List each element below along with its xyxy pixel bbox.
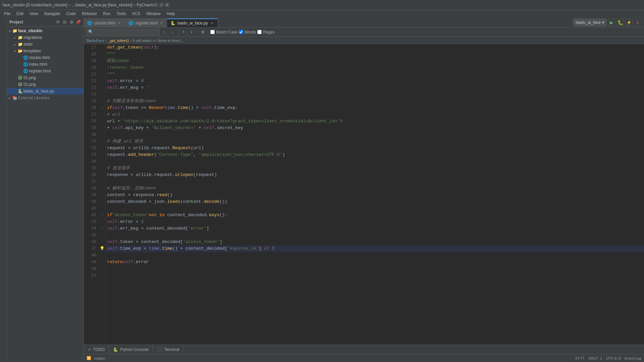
breadcrumb-if[interactable]: if self.token == None or time.t... bbox=[133, 39, 184, 43]
tree-item-clockin-html[interactable]: ▸ 🌐 clockin.html bbox=[7, 54, 84, 61]
sidebar-tool-pin[interactable]: 📌 bbox=[75, 19, 81, 25]
sidebar-tools[interactable]: ⟳ ⊟ ⚙ 📌 bbox=[55, 19, 81, 25]
search-bar[interactable]: 🔍 bbox=[86, 29, 160, 36]
search-next[interactable]: ↓ bbox=[169, 29, 176, 36]
code-line-50[interactable] bbox=[106, 265, 644, 272]
code-line-37[interactable] bbox=[106, 178, 644, 185]
tree-item-register-html[interactable]: ▸ 🌐 register.html bbox=[7, 68, 84, 74]
search-input[interactable] bbox=[95, 30, 157, 35]
breadcrumb-gettoken[interactable]: _get_token() bbox=[108, 39, 129, 43]
menu-window[interactable]: Window bbox=[144, 11, 163, 17]
run-config-dropdown[interactable]: baidu_ai_face ▾ bbox=[573, 19, 606, 26]
tab-baidu-close[interactable]: ✕ bbox=[210, 21, 214, 25]
menu-file[interactable]: File bbox=[1, 11, 13, 17]
bottom-tab-python-console[interactable]: 🐍 Python Console bbox=[109, 345, 153, 354]
code-line-35[interactable]: # 发送请求 bbox=[106, 165, 644, 172]
code-line-42[interactable]: if 'access_token' not in content_decoded… bbox=[106, 212, 644, 219]
code-line-21[interactable]: """ bbox=[106, 71, 644, 78]
maximize-button[interactable]: □ bbox=[159, 3, 164, 7]
code-line-38[interactable]: # 解析返回，去除token bbox=[106, 185, 644, 192]
match-case-label[interactable]: Match Case bbox=[210, 30, 237, 35]
menu-help[interactable]: Help bbox=[164, 11, 178, 17]
sidebar-tool-sync[interactable]: ⟳ bbox=[55, 19, 61, 25]
menu-vcs[interactable]: VCS bbox=[129, 11, 143, 17]
code-line-23[interactable]: self.err_msg = '' bbox=[106, 84, 644, 91]
code-line-27[interactable]: # url bbox=[106, 111, 644, 118]
window-controls[interactable]: — □ ✕ bbox=[154, 3, 169, 7]
menu-edit[interactable]: Edit bbox=[14, 11, 26, 17]
tree-item-02png[interactable]: ▸ 🖼 02.png bbox=[7, 81, 84, 88]
menu-tools[interactable]: Tools bbox=[114, 11, 128, 17]
fold-icon-26[interactable]: ▾ bbox=[101, 105, 103, 111]
search-filter[interactable]: ⊞ bbox=[199, 29, 206, 36]
tab-baidu-ai-face[interactable]: 🐍 baidu_ai_face.py ✕ bbox=[167, 18, 218, 27]
regex-label[interactable]: Regex bbox=[257, 30, 275, 35]
code-line-26[interactable]: if self.token == None or time.time() > s… bbox=[106, 105, 644, 111]
code-line-46[interactable]: self.token = content_decoded['access_tok… bbox=[106, 239, 644, 245]
tree-item-external-libraries[interactable]: ▸ 📚 External Libraries bbox=[7, 95, 84, 101]
menu-run[interactable]: Run bbox=[100, 11, 113, 17]
code-line-22[interactable]: self.error = 0 bbox=[106, 78, 644, 84]
tree-item-templates[interactable]: ▾ 📂 templates bbox=[7, 48, 84, 54]
bottom-tab-terminal[interactable]: ⬛ Terminal bbox=[153, 345, 183, 354]
code-line-18[interactable]: """ bbox=[106, 51, 644, 58]
tree-item-index-html[interactable]: ▸ 🌐 index.html bbox=[7, 61, 84, 68]
tree-item-01png[interactable]: ▸ 🖼 01.png bbox=[7, 74, 84, 81]
regex-checkbox[interactable] bbox=[257, 30, 262, 34]
tree-item-migrations[interactable]: ▸ 📁 migrations bbox=[7, 34, 84, 41]
debug-button[interactable]: 🐛 bbox=[616, 19, 624, 26]
code-line-36[interactable]: response = urllib.request.urlopen(reques… bbox=[106, 172, 644, 178]
close-button[interactable]: ✕ bbox=[165, 3, 169, 7]
code-line-28[interactable]: url = 'https://aip.baidubce.com/oauth/2.… bbox=[106, 118, 644, 125]
breadcrumb-baidu[interactable]: BaiduFace bbox=[87, 39, 104, 43]
stop-button[interactable]: ■ bbox=[634, 19, 641, 26]
code-line-17[interactable]: def _get_token(self): bbox=[106, 44, 644, 51]
match-case-checkbox[interactable] bbox=[210, 30, 215, 34]
code-line-49[interactable]: return self.error bbox=[106, 259, 644, 265]
run-button[interactable]: ▶ bbox=[608, 19, 615, 26]
menu-view[interactable]: View bbox=[27, 11, 41, 17]
tab-register[interactable]: 🌐 register.html ✕ bbox=[125, 18, 167, 27]
tree-item-static[interactable]: ▸ 📁 static bbox=[7, 41, 84, 48]
tree-root[interactable]: ▾ 📁 face_clockin bbox=[7, 27, 84, 34]
code-line-34[interactable] bbox=[106, 158, 644, 165]
code-line-51[interactable] bbox=[106, 272, 644, 279]
words-label[interactable]: Words bbox=[239, 30, 256, 35]
code-line-40[interactable]: content_decoded = json.loads(content.dec… bbox=[106, 198, 644, 205]
menu-navigate[interactable]: Navigate bbox=[42, 11, 63, 17]
sidebar-tool-settings[interactable]: ⚙ bbox=[69, 19, 74, 25]
code-line-39[interactable]: content = response.read() bbox=[106, 192, 644, 198]
encoding[interactable]: UTF-8: 8 bbox=[606, 356, 621, 360]
code-line-32[interactable]: request = urllib.request.Request(url) bbox=[106, 145, 644, 152]
words-checkbox[interactable] bbox=[239, 30, 243, 34]
code-line-25[interactable]: # 判断是否有有效token bbox=[106, 98, 644, 105]
code-line-19[interactable]: 获取token bbox=[106, 58, 644, 64]
code-line-29[interactable]: + self.api_key + '&client_secret=' + sel… bbox=[106, 125, 644, 131]
search-match-next[interactable]: ⇓ bbox=[188, 29, 195, 36]
code-line-48[interactable] bbox=[106, 252, 644, 259]
tab-clockin-close[interactable]: ✕ bbox=[117, 21, 121, 25]
code-line-41[interactable] bbox=[106, 205, 644, 212]
coverage-button[interactable]: ⚡ bbox=[625, 19, 633, 26]
code-line-45[interactable] bbox=[106, 232, 644, 239]
code-line-43[interactable]: self.error = 1 bbox=[106, 219, 644, 225]
code-line-33[interactable]: request.add_header('Content-Type', 'appl… bbox=[106, 152, 644, 158]
line-ending[interactable]: CRLF: 1 bbox=[588, 356, 602, 360]
code-line-30[interactable] bbox=[106, 131, 644, 138]
menu-refactor[interactable]: Refactor bbox=[79, 11, 100, 17]
code-line-47[interactable]: self.time_exp = time.time() + content_de… bbox=[106, 245, 644, 252]
code-line-24[interactable] bbox=[106, 91, 644, 98]
bottom-tab-todo[interactable]: ✓ TODO bbox=[84, 345, 109, 354]
fold-icon-42[interactable]: ▾ bbox=[101, 212, 103, 219]
code-line-44[interactable]: self.err_msg = content_decoded['error'] bbox=[106, 225, 644, 232]
search-prev[interactable]: ↑ bbox=[161, 29, 168, 36]
code-line-20[interactable]: :return: token bbox=[106, 64, 644, 71]
fold-icon-44[interactable]: ▾ bbox=[101, 225, 103, 232]
search-match-prev[interactable]: ⇑ bbox=[180, 29, 187, 36]
code-content[interactable]: def _get_token(self): """ 获取token :retur… bbox=[106, 44, 644, 345]
minimize-button[interactable]: — bbox=[154, 3, 158, 7]
position[interactable]: 47:77 bbox=[575, 356, 585, 360]
sidebar-tool-collapse[interactable]: ⊟ bbox=[62, 19, 67, 25]
menu-code[interactable]: Code bbox=[63, 11, 78, 17]
event-log[interactable]: Event Log bbox=[625, 356, 641, 360]
